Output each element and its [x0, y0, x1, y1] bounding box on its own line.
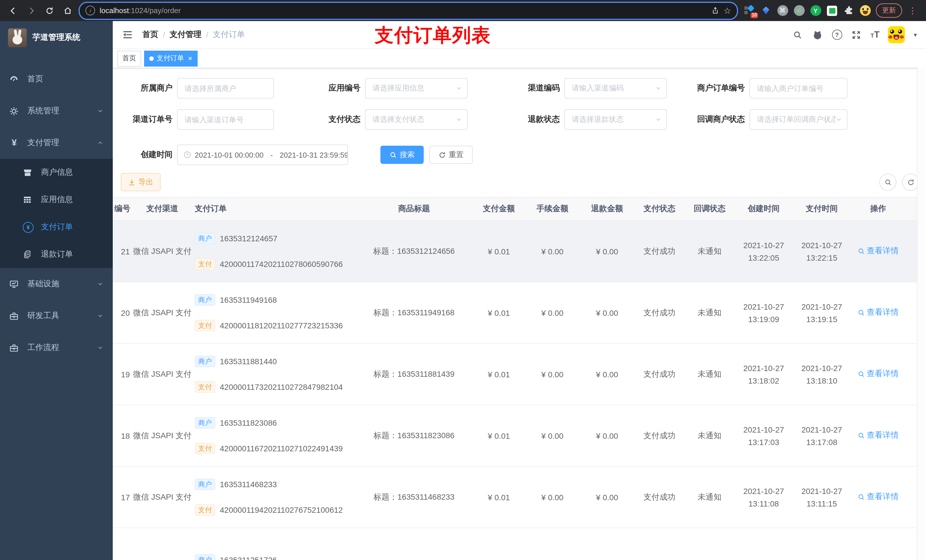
col-title: 商品标题 [356, 204, 473, 214]
avatar-caret-icon[interactable]: ▾ [914, 31, 917, 38]
view-detail-link[interactable]: 查看详情 [858, 246, 899, 257]
close-icon[interactable]: × [188, 54, 192, 62]
breadcrumb-current: 支付订单 [213, 30, 245, 40]
refresh-icon [439, 151, 446, 158]
refresh-table-button[interactable] [902, 174, 919, 191]
page-scrollbar[interactable] [917, 67, 926, 560]
view-detail-link[interactable]: 查看详情 [858, 369, 899, 379]
orders-table: 编号 支付渠道 支付订单 商品标题 支付金额 手续金额 退款金额 支付状态 回调… [113, 197, 926, 560]
refund-status-label: 退款状态 [506, 115, 560, 125]
chevron-down-icon [455, 116, 462, 123]
merchant-tag: 商户 [195, 417, 215, 429]
breadcrumb-home[interactable]: 首页 [142, 30, 158, 40]
table-row: 21 微信 JSAPI 支付 商户1635312124657 支付4200001… [113, 221, 926, 282]
table-row: 19 微信 JSAPI 支付 商户1635311881440 支付4200001… [113, 344, 926, 405]
fullscreen-icon[interactable] [850, 29, 862, 41]
sidebar-item-refund-order[interactable]: 退款订单 [0, 241, 113, 268]
briefcase-icon [9, 343, 20, 353]
sidebar: 芋道管理系统 首页 系统管理 [0, 21, 113, 560]
notify-status-select[interactable]: 请选择订单回调商户状态 [749, 109, 847, 130]
browser-update-button[interactable]: 更新 [876, 3, 902, 18]
pay-tag: 支付 [195, 504, 215, 516]
browser-reload-button[interactable] [42, 3, 57, 18]
share-icon[interactable] [711, 6, 719, 15]
help-icon[interactable]: ? [832, 30, 842, 40]
breadcrumb-pay[interactable]: 支付管理 [170, 30, 201, 40]
browser-home-button[interactable] [61, 3, 75, 18]
sidebar-item-pay[interactable]: ¥ 支付管理 [0, 127, 113, 159]
sidebar-item-infra[interactable]: 基础设施 [0, 268, 113, 300]
sidebar-item-pay-order[interactable]: ¥ 支付订单 [0, 213, 113, 241]
extension-command-icon[interactable]: ⌘ [777, 5, 788, 16]
browser-menu-icon[interactable]: ⋮ [907, 5, 918, 16]
merchant-tag: 商户 [195, 294, 215, 306]
reload-icon [45, 6, 54, 15]
extension-chat-icon[interactable] [826, 5, 838, 16]
active-dot-icon [149, 56, 154, 60]
extension-y-icon[interactable]: Y [810, 5, 821, 16]
status-text: 支付成功 [634, 246, 684, 257]
tab-home[interactable]: 首页 [117, 50, 141, 66]
gear-icon [9, 106, 20, 116]
header-search-icon[interactable] [792, 29, 803, 41]
github-icon[interactable] [812, 29, 823, 41]
status-text: 支付成功 [634, 430, 684, 441]
view-detail-link[interactable]: 查看详情 [858, 430, 899, 441]
sidebar-item-merchant-info[interactable]: 商户信息 [0, 159, 113, 186]
toggle-search-button[interactable] [879, 174, 896, 191]
sidebar-item-workflow[interactable]: 工作流程 [0, 332, 113, 364]
col-order: 支付订单 [192, 204, 356, 214]
col-fee: 手续金额 [525, 204, 580, 214]
filter-form: 所属商户 应用编号 请选择应用信息 渠道编码 [113, 68, 926, 191]
monitor-icon [9, 279, 20, 289]
notify-text: 未通知 [684, 369, 735, 379]
create-time-label: 创建时间 [118, 150, 172, 160]
search-icon [858, 309, 865, 316]
site-info-icon[interactable]: i [85, 6, 95, 15]
sidebar-item-dev-tools[interactable]: 研发工具 [0, 300, 113, 332]
extensions-puzzle-icon[interactable] [843, 5, 854, 16]
browser-forward-button[interactable] [24, 3, 39, 18]
col-actions: 操作 [851, 204, 905, 214]
sidebar-item-app-info[interactable]: 应用信息 [0, 186, 113, 213]
profile-avatar-icon[interactable] [859, 5, 871, 16]
refund-status-select[interactable]: 请选择退款状态 [564, 109, 667, 130]
view-detail-link[interactable]: 查看详情 [858, 308, 899, 318]
date-separator: - [267, 151, 276, 159]
font-size-icon[interactable]: TT [870, 30, 879, 40]
pay-tag: 支付 [195, 320, 215, 331]
address-bar[interactable]: i localhost:1024/pay/order ☆ [79, 2, 738, 20]
tab-pay-order[interactable]: 支付订单 × [144, 50, 197, 66]
col-amount: 支付金额 [473, 204, 525, 214]
view-detail-link[interactable]: 查看详情 [858, 492, 899, 502]
pay-status-select[interactable]: 请选择支付状态 [365, 109, 468, 130]
merchant-input[interactable] [177, 78, 274, 98]
yen-icon: ¥ [9, 138, 20, 148]
chevron-down-icon [97, 312, 104, 319]
table-header: 编号 支付渠道 支付订单 商品标题 支付金额 手续金额 退款金额 支付状态 回调… [113, 197, 926, 221]
channel-code-select[interactable]: 请输入渠道编码 [564, 78, 667, 98]
notify-text: 未通知 [684, 246, 735, 257]
browser-back-button[interactable] [6, 3, 21, 18]
sidebar-item-system[interactable]: 系统管理 [0, 95, 113, 127]
bookmark-star-icon[interactable]: ☆ [723, 6, 731, 15]
search-icon [858, 432, 865, 439]
sidebar-collapse-icon[interactable] [116, 29, 139, 41]
channel-order-no-input[interactable] [177, 109, 274, 130]
user-avatar[interactable] [888, 26, 905, 43]
app-select[interactable]: 请选择应用信息 [365, 78, 468, 98]
extension-kite-icon[interactable] [760, 5, 772, 16]
search-button[interactable]: 搜索 [380, 146, 424, 164]
merchant-order-no-input[interactable] [749, 78, 847, 98]
app-logo-row[interactable]: 芋道管理系统 [0, 21, 113, 54]
chevron-down-icon [655, 85, 662, 92]
reset-button[interactable]: 重置 [430, 146, 473, 164]
create-time-range-input[interactable]: 2021-10-01 00:00:00 - 2021-10-31 23:59:5… [177, 145, 348, 165]
sidebar-item-home[interactable]: 首页 [0, 63, 113, 95]
extension-record-icon[interactable] [793, 5, 805, 16]
channel-order-no-label: 渠道订单号 [118, 115, 172, 125]
extension-blocks-icon[interactable]: 10 [744, 5, 755, 16]
search-icon [390, 151, 397, 158]
table-row: 17 微信 JSAPI 支付 商户1635311468233 支付4200001… [113, 466, 926, 528]
export-button[interactable]: 导出 [121, 173, 160, 191]
